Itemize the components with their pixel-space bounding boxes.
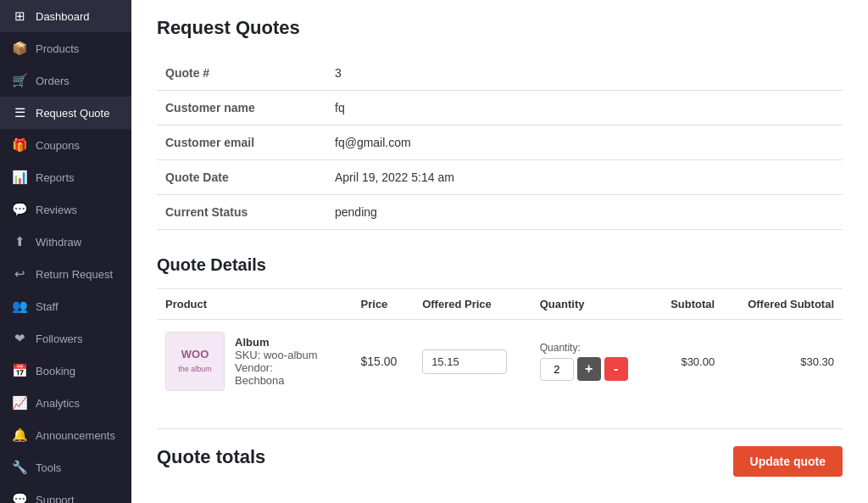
product-subtotal: $30.00 <box>653 320 723 404</box>
current-status-label: Current Status <box>157 195 326 230</box>
quote-date-row: Quote Date April 19, 2022 5:14 am <box>157 160 843 195</box>
dashboard-icon: ⊞ <box>12 8 27 24</box>
customer-name-label: Customer name <box>157 91 326 126</box>
product-price: $15.00 <box>353 320 415 404</box>
sidebar-item-coupons[interactable]: 🎁 Coupons <box>0 129 131 161</box>
quote-info-table: Quote # 3 Customer name fq Customer emai… <box>157 56 843 230</box>
sidebar-item-products[interactable]: 📦 Products <box>0 32 131 64</box>
sidebar-item-followers[interactable]: ❤ Followers <box>0 322 131 355</box>
quantity-wrapper: Quantity: + - <box>540 342 644 381</box>
coupons-icon: 🎁 <box>12 137 27 153</box>
current-status-row: Current Status pending <box>157 195 843 230</box>
tools-icon: 🔧 <box>12 460 27 475</box>
product-thumbnail: WOOthe album <box>165 332 225 391</box>
col-header-price: Price <box>353 289 415 320</box>
quote-totals-title: Quote totals <box>157 446 265 468</box>
orders-icon: 🛒 <box>12 73 27 88</box>
col-header-subtotal: Subtotal <box>653 289 723 320</box>
sidebar-item-tools[interactable]: 🔧 Tools <box>0 451 131 483</box>
quote-number-value: 3 <box>326 56 843 91</box>
sidebar-item-support[interactable]: 💬 Support <box>0 483 131 503</box>
quantity-minus-button[interactable]: - <box>604 357 628 381</box>
customer-email-row: Customer email fq@gmail.com <box>157 126 843 160</box>
analytics-icon: 📈 <box>12 395 27 411</box>
support-icon: 💬 <box>12 492 27 503</box>
sidebar-item-reports[interactable]: 📊 Reports <box>0 161 131 193</box>
sidebar-item-return-request[interactable]: ↩ Return Request <box>0 258 131 290</box>
product-vendor: Vendor: Bechbona <box>235 361 318 387</box>
request-quote-icon: ☰ <box>12 105 27 120</box>
current-status-value: pending <box>326 195 843 230</box>
sidebar-item-request-quote[interactable]: ☰ Request Quote <box>0 97 131 129</box>
return-request-icon: ↩ <box>12 266 27 282</box>
product-sku: SKU: woo-album <box>235 349 318 361</box>
withdraw-icon: ⬆ <box>12 234 27 249</box>
sidebar-item-booking[interactable]: 📅 Booking <box>0 355 131 387</box>
reports-icon: 📊 <box>12 170 27 185</box>
sidebar: ⊞ Dashboard 📦 Products 🛒 Orders ☰ Reques… <box>0 0 131 503</box>
quote-number-row: Quote # 3 <box>157 56 843 91</box>
quantity-label: Quantity: <box>540 342 644 354</box>
customer-name-row: Customer name fq <box>157 91 843 126</box>
woo-logo: WOOthe album <box>178 348 212 374</box>
product-name: Album <box>235 336 318 349</box>
sidebar-item-withdraw[interactable]: ⬆ Withdraw <box>0 226 131 258</box>
quantity-cell: Quantity: + - <box>531 320 653 404</box>
table-row: WOOthe album Album SKU: woo-album Vendor… <box>157 320 843 404</box>
quantity-input[interactable] <box>540 358 574 381</box>
product-info: Album SKU: woo-album Vendor: Bechbona <box>235 336 318 387</box>
quote-date-label: Quote Date <box>157 160 326 195</box>
customer-email-label: Customer email <box>157 126 326 160</box>
sidebar-item-announcements[interactable]: 🔔 Announcements <box>0 419 131 451</box>
sidebar-item-orders[interactable]: 🛒 Orders <box>0 64 131 97</box>
quantity-controls: + - <box>540 357 644 381</box>
page-title: Request Quotes <box>157 17 843 39</box>
booking-icon: 📅 <box>12 363 27 378</box>
announcements-icon: 🔔 <box>12 428 27 443</box>
sidebar-item-analytics[interactable]: 📈 Analytics <box>0 387 131 419</box>
customer-name-value: fq <box>326 91 843 126</box>
followers-icon: ❤ <box>12 331 27 346</box>
update-quote-button[interactable]: Update quote <box>733 446 843 477</box>
main-content: Request Quotes Quote # 3 Customer name f… <box>131 0 868 503</box>
col-header-product: Product <box>157 289 353 320</box>
offered-price-input[interactable] <box>422 349 507 374</box>
col-header-quantity: Quantity <box>531 289 653 320</box>
sidebar-item-dashboard[interactable]: ⊞ Dashboard <box>0 0 131 32</box>
customer-email-value: fq@gmail.com <box>326 126 843 160</box>
quote-details-table: Product Price Offered Price Quantity Sub… <box>157 288 843 403</box>
product-cell: WOOthe album Album SKU: woo-album Vendor… <box>157 320 353 403</box>
quote-totals-section: Quote totals Update quote <box>157 428 843 494</box>
quantity-plus-button[interactable]: + <box>577 357 601 381</box>
staff-icon: 👥 <box>12 299 27 314</box>
col-header-offered-price: Offered Price <box>414 289 531 320</box>
offered-price-cell <box>414 320 531 404</box>
quote-details-title: Quote Details <box>157 255 843 275</box>
product-offered-subtotal: $30.30 <box>723 320 843 404</box>
products-icon: 📦 <box>12 41 27 56</box>
sidebar-item-reviews[interactable]: 💬 Reviews <box>0 193 131 226</box>
quote-date-value: April 19, 2022 5:14 am <box>326 160 843 195</box>
reviews-icon: 💬 <box>12 202 27 217</box>
col-header-offered-subtotal: Offered Subtotal <box>723 289 843 320</box>
quote-number-label: Quote # <box>157 56 326 91</box>
sidebar-item-staff[interactable]: 👥 Staff <box>0 290 131 322</box>
